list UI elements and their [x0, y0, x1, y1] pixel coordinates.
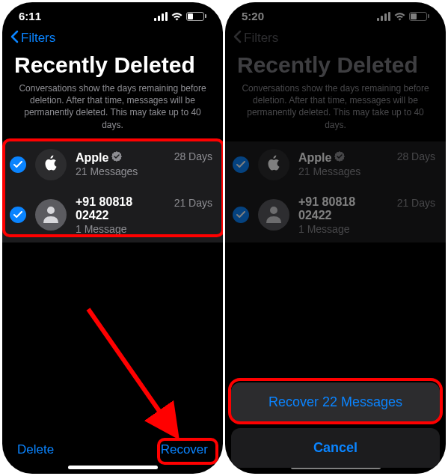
- chevron-left-icon: [10, 30, 19, 47]
- svg-rect-8: [384, 13, 387, 21]
- svg-rect-9: [388, 12, 390, 21]
- nav-bar: Filters: [225, 25, 446, 51]
- status-bar: 6:11 35: [2, 2, 223, 25]
- svg-point-4: [47, 207, 55, 214]
- svg-point-10: [270, 207, 277, 214]
- message-count: 1 Message: [298, 223, 388, 235]
- home-indicator[interactable]: [68, 466, 158, 469]
- message-count: 21 Messages: [76, 165, 165, 177]
- battery-icon: 41: [409, 12, 429, 21]
- cellular-signal-icon: [154, 12, 168, 21]
- list-item: +91 80818 02422 1 Message 21 Days: [225, 188, 446, 242]
- list-item[interactable]: +91 80818 02422 1 Message 21 Days: [2, 188, 223, 242]
- message-count: 21 Messages: [298, 165, 388, 177]
- avatar: [258, 149, 289, 180]
- back-button[interactable]: Filters: [10, 30, 55, 47]
- page-subtitle: Conversations show the days remaining be…: [2, 82, 223, 141]
- cancel-button[interactable]: Cancel: [231, 428, 440, 468]
- wifi-icon: [171, 12, 183, 21]
- contact-name: Apple: [298, 151, 331, 165]
- phone-right: 5:20 41 Filters R: [225, 2, 446, 474]
- avatar: [258, 199, 289, 231]
- status-time: 5:20: [242, 10, 264, 22]
- contact-name: +91 80818 02422: [76, 195, 165, 222]
- phone-left: 6:11 35 Filters Recently Deleted Convers…: [2, 2, 223, 474]
- verified-badge-icon: [111, 151, 122, 165]
- status-right: 41: [377, 12, 429, 21]
- wifi-icon: [393, 12, 406, 21]
- page-subtitle: Conversations show the days remaining be…: [225, 82, 446, 141]
- status-time: 6:11: [19, 10, 41, 22]
- recover-messages-button[interactable]: Recover 22 Messages: [231, 382, 440, 422]
- svg-rect-6: [377, 18, 379, 21]
- apple-logo-icon: [266, 154, 281, 175]
- back-label: Filters: [21, 31, 55, 46]
- delete-button[interactable]: Delete: [17, 442, 54, 457]
- message-count: 1 Message: [76, 223, 165, 235]
- days-remaining: 28 Days: [174, 150, 212, 162]
- avatar: [35, 199, 67, 231]
- svg-rect-0: [154, 18, 156, 21]
- chevron-left-icon: [233, 30, 242, 47]
- svg-rect-3: [165, 12, 168, 21]
- svg-line-5: [88, 309, 174, 433]
- svg-rect-2: [162, 13, 164, 21]
- contact-name: Apple: [76, 151, 108, 165]
- conversation-list: Apple 21 Messages 28 Days: [225, 141, 446, 242]
- list-item[interactable]: Apple 21 Messages 28 Days: [2, 141, 223, 188]
- status-bar: 5:20 41: [225, 2, 446, 25]
- back-button: Filters: [233, 30, 278, 47]
- days-remaining: 21 Days: [174, 197, 212, 209]
- apple-logo-icon: [43, 154, 58, 175]
- bottom-toolbar: Delete Recover: [2, 442, 223, 462]
- svg-rect-7: [381, 16, 383, 21]
- person-icon: [41, 204, 61, 226]
- page-title: Recently Deleted: [2, 51, 223, 82]
- days-remaining: 28 Days: [397, 150, 435, 162]
- avatar: [35, 149, 67, 180]
- svg-rect-1: [158, 16, 160, 21]
- contact-name: +91 80818 02422: [298, 195, 388, 222]
- checkbox-checked-icon: [233, 207, 249, 223]
- cellular-signal-icon: [377, 12, 390, 21]
- checkbox-checked-icon[interactable]: [10, 156, 26, 173]
- person-icon: [264, 204, 283, 226]
- annotation-arrow-icon: [81, 302, 193, 451]
- page-title: Recently Deleted: [225, 51, 446, 82]
- checkbox-checked-icon: [233, 156, 249, 173]
- nav-bar: Filters: [2, 25, 223, 51]
- battery-icon: 35: [186, 12, 206, 21]
- recover-button[interactable]: Recover: [161, 442, 208, 457]
- list-item: Apple 21 Messages 28 Days: [225, 141, 446, 188]
- back-label: Filters: [244, 31, 278, 46]
- checkbox-checked-icon[interactable]: [10, 207, 26, 223]
- status-right: 35: [154, 12, 206, 21]
- days-remaining: 21 Days: [397, 197, 435, 209]
- action-sheet: Recover 22 Messages Cancel: [231, 382, 440, 468]
- verified-badge-icon: [334, 151, 345, 165]
- conversation-list: Apple 21 Messages 28 Days +91 80818 0242…: [2, 141, 223, 242]
